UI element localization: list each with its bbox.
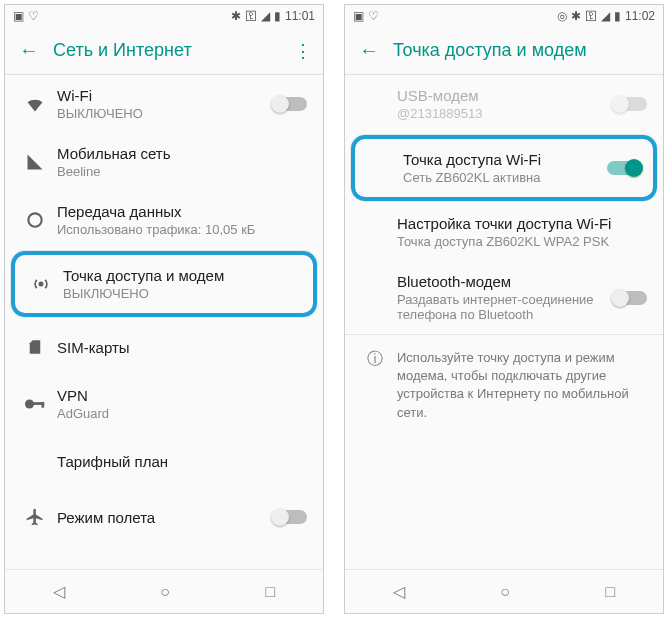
usb-tethering-toggle [613,97,647,111]
key-icon: ⚿ [585,9,597,23]
phone-left: ▣ ♡ ✱ ⚿ ◢ ▮ 11:01 ← Сеть и Интернет ⋮ Wi… [4,4,324,614]
shield-icon: ♡ [368,9,379,23]
settings-list: Wi-Fi ВЫКЛЮЧЕНО Мобильная сеть Beeline П… [5,75,323,569]
row-sim-cards[interactable]: SIM-карты [5,319,323,375]
svg-point-0 [28,213,41,226]
nav-bar: ◁ ○ □ [345,569,663,613]
bluetooth-icon: ✱ [231,9,241,23]
highlight-tethering: Точка доступа и модем ВЫКЛЮЧЕНО [11,251,317,317]
wifi-icon [13,94,57,114]
row-bluetooth-tethering[interactable]: Bluetooth-модем Раздавать интернет-соеди… [345,261,663,334]
signal-icon [13,153,57,171]
row-data-usage[interactable]: Передача данных Использовано трафика: 10… [5,191,323,249]
row-subtitle: ВЫКЛЮЧЕНО [63,286,301,301]
row-title: Мобильная сеть [57,145,307,162]
airplane-icon [13,507,57,527]
svg-rect-4 [41,402,44,408]
row-wifi[interactable]: Wi-Fi ВЫКЛЮЧЕНО [5,75,323,133]
image-icon: ▣ [353,9,364,23]
row-subtitle: @2131889513 [397,106,613,121]
nav-recents-button[interactable]: □ [266,583,276,601]
row-title: Передача данных [57,203,307,220]
row-title: Режим полета [57,509,273,526]
info-text: Используйте точку доступа и режим модема… [397,349,647,422]
image-icon: ▣ [13,9,24,23]
row-title: VPN [57,387,307,404]
row-title: Точка доступа и модем [63,267,301,284]
row-subtitle: Beeline [57,164,307,179]
bluetooth-tethering-toggle[interactable] [613,291,647,305]
data-usage-icon [13,210,57,230]
nav-back-button[interactable]: ◁ [53,582,65,601]
row-title: Точка доступа Wi-Fi [403,151,607,168]
page-title: Точка доступа и модем [385,40,655,61]
row-subtitle: AdGuard [57,406,307,421]
row-title: SIM-карты [57,339,307,356]
settings-list: USB-модем @2131889513 Точка доступа Wi-F… [345,75,663,569]
row-title: Bluetooth-модем [397,273,613,290]
clock-text: 11:01 [285,9,315,23]
phone-right: ▣ ♡ ◎ ✱ ⚿ ◢ ▮ 11:02 ← Точка доступа и мо… [344,4,664,614]
clock-text: 11:02 [625,9,655,23]
info-footer: ⓘ Используйте точку доступа и режим моде… [345,334,663,436]
signal-icon: ◢ [261,9,270,23]
hotspot-icon [19,274,63,294]
row-usb-tethering: USB-модем @2131889513 [345,75,663,133]
sim-icon [13,338,57,356]
app-bar: ← Точка доступа и модем [345,27,663,75]
row-subtitle: Сеть ZB602KL активна [403,170,607,185]
app-bar: ← Сеть и Интернет ⋮ [5,27,323,75]
nav-home-button[interactable]: ○ [160,583,170,601]
row-data-plan[interactable]: Тарифный план [5,433,323,489]
highlight-wifi-hotspot: Точка доступа Wi-Fi Сеть ZB602KL активна [351,135,657,201]
row-subtitle: Раздавать интернет-соединение телефона п… [397,292,613,322]
battery-icon: ▮ [614,9,621,23]
row-title: Тарифный план [57,453,307,470]
key-icon: ⚿ [245,9,257,23]
wifi-hotspot-toggle[interactable] [607,161,641,175]
nav-home-button[interactable]: ○ [500,583,510,601]
row-subtitle: ВЫКЛЮЧЕНО [57,106,273,121]
row-hotspot-setup[interactable]: Настройка точки доступа Wi-Fi Точка дост… [345,203,663,261]
back-button[interactable]: ← [353,39,385,62]
row-vpn[interactable]: VPN AdGuard [5,375,323,433]
page-title: Сеть и Интернет [45,40,291,61]
row-title: Настройка точки доступа Wi-Fi [397,215,647,232]
info-icon: ⓘ [353,349,397,422]
nav-back-button[interactable]: ◁ [393,582,405,601]
row-title: Wi-Fi [57,87,273,104]
row-subtitle: Точка доступа ZB602KL WPA2 PSK [397,234,647,249]
row-wifi-hotspot[interactable]: Точка доступа Wi-Fi Сеть ZB602KL активна [355,139,653,197]
svg-point-1 [39,282,42,285]
wifi-toggle[interactable] [273,97,307,111]
status-bar: ▣ ♡ ✱ ⚿ ◢ ▮ 11:01 [5,5,323,27]
battery-icon: ▮ [274,9,281,23]
overflow-menu-button[interactable]: ⋮ [291,40,315,62]
nav-bar: ◁ ○ □ [5,569,323,613]
status-bar: ▣ ♡ ◎ ✱ ⚿ ◢ ▮ 11:02 [345,5,663,27]
signal-icon: ◢ [601,9,610,23]
vpn-key-icon [13,398,57,410]
row-subtitle: Использовано трафика: 10,05 кБ [57,222,307,237]
hotspot-status-icon: ◎ [557,9,567,23]
bluetooth-icon: ✱ [571,9,581,23]
shield-icon: ♡ [28,9,39,23]
row-tethering[interactable]: Точка доступа и модем ВЫКЛЮЧЕНО [15,255,313,313]
svg-point-2 [25,399,34,408]
row-title: USB-модем [397,87,613,104]
back-button[interactable]: ← [13,39,45,62]
row-airplane-mode[interactable]: Режим полета [5,489,323,545]
row-mobile-network[interactable]: Мобильная сеть Beeline [5,133,323,191]
airplane-toggle[interactable] [273,510,307,524]
nav-recents-button[interactable]: □ [606,583,616,601]
